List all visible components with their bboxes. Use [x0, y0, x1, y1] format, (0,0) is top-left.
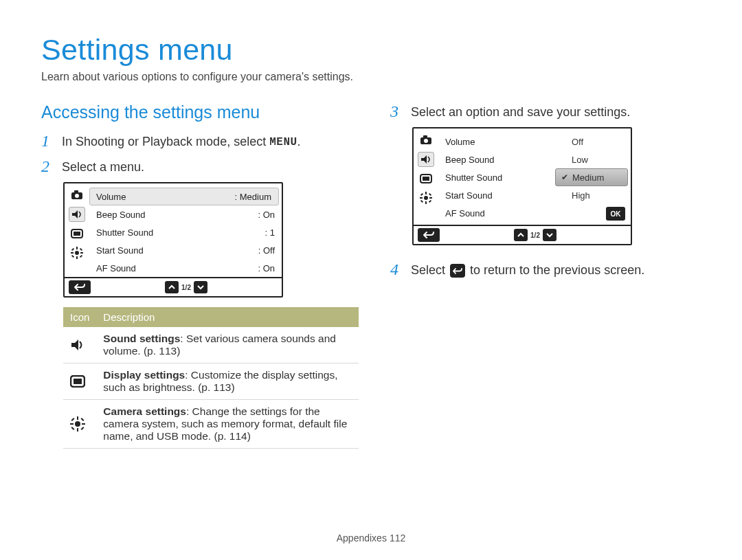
step-3: 3 Select an option and save your setting… [390, 102, 701, 120]
camera-icon [69, 188, 85, 203]
step-number: 2 [41, 157, 54, 175]
settings-sidebar [65, 183, 89, 277]
settings-list: VolumeMedium Beep SoundOn Shutter Sound1… [89, 183, 282, 277]
sound-icon [69, 207, 85, 222]
svg-rect-35 [425, 201, 427, 204]
svg-rect-32 [423, 177, 429, 181]
svg-rect-26 [81, 427, 85, 430]
step-text: Select an option and save your settings. [411, 102, 630, 120]
svg-rect-1 [74, 190, 78, 193]
svg-rect-25 [71, 427, 75, 430]
chevron-up-icon [165, 281, 179, 293]
ok-button: OK [606, 207, 625, 221]
svg-rect-10 [80, 252, 83, 254]
pager: 1/2 [165, 281, 207, 293]
section-heading: Accessing the settings menu [41, 102, 352, 122]
svg-marker-15 [71, 339, 78, 350]
settings-list: Volume Beep Sound Shutter Sound Start So… [438, 128, 555, 225]
settings-row: Start SoundOff [89, 241, 282, 259]
settings-row: AF Sound [438, 204, 555, 222]
step-4: 4 Select to return to the previous scree… [390, 260, 701, 278]
svg-rect-36 [420, 197, 423, 199]
settings-sidebar [414, 128, 438, 225]
settings-row: AF SoundOn [89, 259, 282, 277]
page-title: Settings menu [41, 33, 701, 67]
back-icon [418, 228, 440, 242]
chevron-down-icon [194, 281, 207, 293]
svg-rect-8 [76, 256, 78, 259]
gear-icon [63, 400, 96, 449]
svg-rect-41 [429, 200, 431, 203]
svg-rect-22 [82, 423, 85, 425]
svg-point-2 [75, 194, 79, 198]
chevron-up-icon [514, 229, 528, 241]
svg-rect-39 [429, 193, 431, 196]
option-row: Off [555, 133, 628, 150]
screen-footer: 1/2 [414, 225, 631, 244]
table-header-icon: Icon [63, 307, 96, 327]
back-icon [450, 264, 465, 278]
svg-rect-28 [423, 135, 427, 138]
step-text: Select to return to the previous screen. [411, 260, 644, 278]
svg-rect-37 [429, 197, 432, 199]
svg-rect-20 [77, 428, 78, 432]
step-1: 1 In Shooting or Playback mode, select M… [41, 132, 352, 150]
menu-token: MENU [269, 134, 297, 150]
option-row: High [555, 186, 628, 204]
svg-point-18 [75, 421, 80, 427]
back-icon [69, 280, 91, 294]
step-2: 2 Select a menu. [41, 157, 352, 175]
display-icon [69, 226, 85, 241]
table-row: Display settings: Customize the display … [63, 363, 359, 400]
settings-row: VolumeMedium [89, 188, 279, 205]
sound-icon [418, 152, 434, 167]
settings-row: Volume [438, 133, 555, 150]
settings-row: Beep SoundOn [89, 205, 282, 223]
svg-marker-3 [72, 210, 78, 219]
chevron-down-icon [543, 229, 556, 241]
gear-icon [418, 190, 434, 205]
settings-row: Shutter Sound1 [89, 223, 282, 241]
svg-point-29 [424, 139, 428, 143]
svg-point-6 [75, 251, 79, 255]
settings-row: Shutter Sound [438, 168, 555, 186]
svg-rect-23 [71, 418, 75, 421]
step-number: 1 [41, 132, 54, 150]
settings-row: Beep Sound [438, 150, 555, 168]
display-icon [418, 171, 434, 186]
sound-icon [63, 327, 96, 363]
option-row: Low [555, 150, 628, 168]
svg-rect-38 [420, 193, 423, 196]
svg-point-33 [424, 196, 428, 200]
page-footer: Appendixes112 [0, 533, 742, 544]
svg-rect-9 [71, 252, 74, 254]
step-text: Select a menu. [62, 157, 144, 175]
icon-description-table: Icon Description Sound settings: Set var… [63, 307, 359, 449]
display-icon [63, 363, 96, 400]
settings-row: Start Sound [438, 186, 555, 204]
settings-screen-2: Volume Beep Sound Shutter Sound Start So… [412, 127, 632, 245]
step-text: In Shooting or Playback mode, select MEN… [62, 132, 301, 150]
check-icon: ✔ [561, 172, 570, 182]
svg-rect-7 [76, 247, 78, 249]
svg-rect-34 [425, 192, 427, 194]
svg-rect-40 [420, 200, 423, 203]
step-number: 3 [390, 102, 403, 120]
svg-rect-17 [74, 379, 82, 384]
table-row: Sound settings: Set various camera sound… [63, 327, 359, 363]
svg-rect-12 [80, 248, 82, 251]
table-header-description: Description [96, 307, 359, 327]
svg-rect-5 [74, 232, 80, 236]
svg-rect-21 [70, 423, 74, 425]
svg-marker-30 [421, 155, 427, 164]
settings-screen-1: VolumeMedium Beep SoundOn Shutter Sound1… [63, 182, 283, 298]
option-panel: Off Low ✔Medium High OK [555, 133, 628, 225]
svg-rect-14 [80, 255, 82, 258]
svg-rect-19 [77, 416, 78, 420]
page-subtitle: Learn about various options to configure… [41, 71, 701, 83]
step-number: 4 [390, 260, 403, 278]
svg-rect-11 [71, 248, 74, 251]
table-row: Camera settings: Change the settings for… [63, 400, 359, 449]
option-row-selected: ✔Medium [555, 168, 628, 186]
svg-rect-13 [71, 255, 74, 258]
